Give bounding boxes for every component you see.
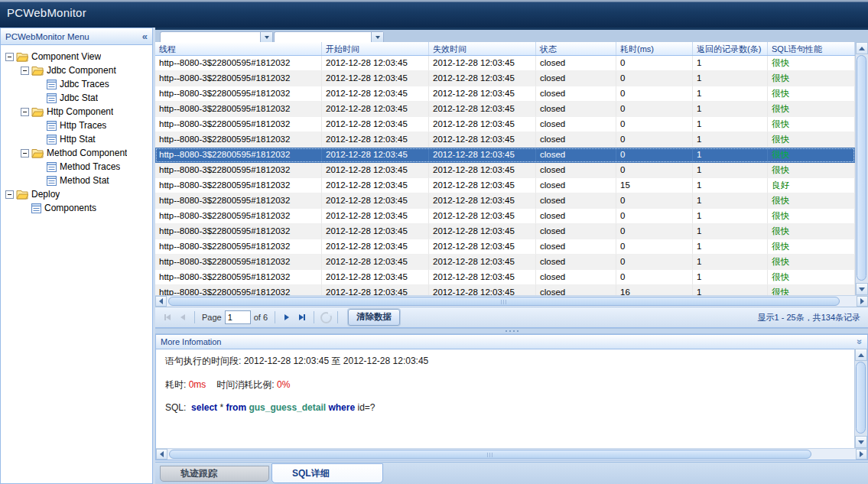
- cell-sql-perf: 很快: [768, 209, 855, 224]
- scroll-thumb[interactable]: [856, 362, 866, 434]
- scroll-left-button[interactable]: [156, 449, 167, 460]
- sql-plain: id=?: [355, 402, 375, 413]
- collapse-panel-icon[interactable]: »: [857, 339, 864, 345]
- scroll-right-button[interactable]: [857, 296, 868, 307]
- column-header[interactable]: SQL语句性能: [768, 42, 855, 55]
- grid-horizontal-scrollbar[interactable]: [155, 295, 868, 307]
- page-input[interactable]: [225, 310, 251, 324]
- chevron-down-icon[interactable]: [260, 32, 272, 43]
- cell-sql-perf: 很快: [768, 117, 855, 132]
- cell-start-time: 2012-12-28 12:03:45: [322, 148, 429, 163]
- cell-start-time: 2012-12-28 12:03:45: [322, 86, 429, 102]
- next-page-button[interactable]: [279, 310, 294, 325]
- table-row[interactable]: http--8080-3$22800595#18120322012-12-28 …: [155, 117, 855, 132]
- tree-item-method-traces[interactable]: Method Traces: [1, 160, 152, 174]
- cell-thread: http--8080-3$22800595#1812032: [155, 178, 322, 193]
- table-row[interactable]: http--8080-3$22800595#18120322012-12-28 …: [155, 255, 855, 270]
- cell-start-time: 2012-12-28 12:03:45: [322, 71, 429, 86]
- table-row[interactable]: http--8080-3$22800595#18120322012-12-28 …: [155, 270, 855, 285]
- column-header[interactable]: 返回的记录数(条): [693, 42, 768, 55]
- collapse-expander-icon[interactable]: [21, 108, 29, 116]
- tree-item-label: Http Component: [47, 106, 113, 117]
- scroll-thumb[interactable]: [857, 55, 866, 281]
- scroll-thumb[interactable]: [168, 297, 840, 306]
- document-icon: [47, 121, 57, 131]
- scroll-up-button[interactable]: [855, 349, 867, 361]
- tree-item-jdbc-stat[interactable]: Jdbc Stat: [1, 91, 152, 105]
- cell-thread: http--8080-3$22800595#1812032: [155, 132, 322, 148]
- table-row[interactable]: http--8080-3$22800595#18120322012-12-28 …: [155, 209, 855, 224]
- filter-combo-2[interactable]: [274, 31, 384, 43]
- table-row[interactable]: http--8080-3$22800595#18120322012-12-28 …: [155, 86, 855, 102]
- tree-item-http-component[interactable]: Http Component: [1, 105, 152, 119]
- cell-start-time: 2012-12-28 12:03:45: [322, 255, 429, 270]
- cell-elapsed: 15: [616, 178, 693, 193]
- chevron-down-icon[interactable]: [371, 32, 383, 43]
- tab-sql-detail[interactable]: SQL详细: [271, 463, 383, 483]
- column-header[interactable]: 失效时间: [429, 42, 536, 55]
- cell-sql-perf: 很快: [768, 255, 855, 270]
- grid-vertical-scrollbar[interactable]: [855, 42, 868, 295]
- cell-status: closed: [536, 163, 616, 178]
- tree-item-http-stat[interactable]: Http Stat: [1, 132, 152, 146]
- cell-status: closed: [536, 270, 616, 285]
- detail-vertical-scrollbar[interactable]: [854, 349, 867, 448]
- cell-records: 1: [693, 270, 768, 285]
- table-row[interactable]: http--8080-3$22800595#18120322012-12-28 …: [155, 285, 855, 295]
- last-page-button[interactable]: [294, 310, 310, 325]
- column-header[interactable]: 状态: [536, 42, 616, 55]
- cell-thread: http--8080-3$22800595#1812032: [155, 71, 322, 86]
- column-header[interactable]: 线程: [155, 42, 322, 55]
- cell-elapsed: 0: [616, 71, 693, 86]
- column-header[interactable]: 耗时(ms): [616, 42, 693, 55]
- table-row[interactable]: http--8080-3$22800595#18120322012-12-28 …: [155, 71, 855, 86]
- scroll-down-button[interactable]: [856, 283, 868, 295]
- clear-data-button[interactable]: 清除数据: [348, 309, 400, 326]
- table-row[interactable]: http--8080-3$22800595#18120322012-12-28 …: [155, 163, 855, 178]
- table-row[interactable]: http--8080-3$22800595#18120322012-12-28 …: [155, 178, 855, 193]
- scroll-left-button[interactable]: [155, 296, 167, 307]
- scroll-up-button[interactable]: [856, 42, 868, 54]
- scroll-right-button[interactable]: [856, 449, 867, 460]
- first-page-button[interactable]: [160, 310, 175, 325]
- tree-item-method-stat[interactable]: Method Stat: [1, 174, 152, 187]
- tree-item-method-component[interactable]: Method Component: [1, 146, 152, 160]
- tree-item-http-traces[interactable]: Http Traces: [1, 119, 152, 132]
- cell-records: 1: [693, 86, 768, 102]
- scroll-down-button[interactable]: [855, 436, 867, 448]
- cell-records: 1: [693, 148, 768, 163]
- collapse-expander-icon[interactable]: [21, 149, 29, 158]
- cell-start-time: 2012-12-28 12:03:45: [322, 224, 429, 239]
- table-row[interactable]: http--8080-3$22800595#18120322012-12-28 …: [155, 224, 855, 239]
- table-row[interactable]: http--8080-3$22800595#18120322012-12-28 …: [155, 132, 855, 148]
- filter-combo-1[interactable]: [160, 31, 273, 43]
- panel-splitter[interactable]: [155, 328, 868, 334]
- refresh-button[interactable]: [318, 310, 333, 325]
- tree-item-components[interactable]: Components: [1, 201, 152, 215]
- table-row[interactable]: http--8080-3$22800595#18120322012-12-28 …: [155, 56, 855, 71]
- collapse-expander-icon[interactable]: [21, 67, 29, 75]
- tree-item-jdbc-component[interactable]: Jdbc Component: [1, 63, 152, 77]
- table-row[interactable]: http--8080-3$22800595#18120322012-12-28 …: [155, 193, 855, 209]
- collapse-sidebar-icon[interactable]: «: [142, 32, 148, 41]
- table-row[interactable]: http--8080-3$22800595#18120322012-12-28 …: [155, 102, 855, 117]
- collapse-expander-icon[interactable]: [5, 190, 14, 199]
- cell-sql-perf: 很快: [768, 163, 855, 178]
- tab-trace[interactable]: 轨迹跟踪: [160, 466, 269, 482]
- collapse-expander-icon[interactable]: [5, 53, 14, 61]
- tree-item-component-view[interactable]: Component View: [1, 50, 152, 63]
- table-row[interactable]: http--8080-3$22800595#18120322012-12-28 …: [155, 148, 855, 163]
- tree-item-deploy[interactable]: Deploy: [1, 187, 152, 201]
- scroll-thumb[interactable]: [169, 450, 811, 459]
- table-row[interactable]: http--8080-3$22800595#18120322012-12-28 …: [155, 239, 855, 255]
- prev-page-button[interactable]: [175, 310, 190, 325]
- cell-expire-time: 2012-12-28 12:03:45: [429, 178, 536, 193]
- column-header[interactable]: 开始时间: [322, 42, 429, 55]
- detail-horizontal-scrollbar[interactable]: [156, 448, 867, 460]
- cell-expire-time: 2012-12-28 12:03:45: [429, 285, 536, 295]
- cell-elapsed: 0: [616, 86, 693, 102]
- page-count-label: of 6: [254, 313, 268, 322]
- sql-line: SQL: select * from gus_guess_detail wher…: [165, 402, 845, 413]
- cell-expire-time: 2012-12-28 12:03:45: [429, 56, 536, 71]
- tree-item-jdbc-traces[interactable]: Jdbc Traces: [1, 77, 152, 91]
